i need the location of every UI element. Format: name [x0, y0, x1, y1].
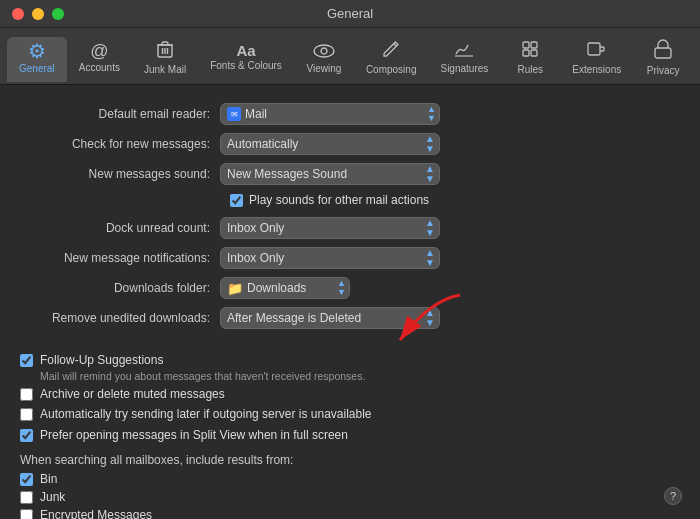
follow-up-label: Follow-Up Suggestions [40, 353, 365, 369]
new-messages-sound-dropdown[interactable]: New Messages Sound None ▲▼ [220, 163, 440, 185]
toolbar: ⚙ General @ Accounts Junk Mail [0, 28, 700, 85]
general-icon: ⚙ [28, 41, 46, 61]
remove-downloads-dropdown[interactable]: After Message is Deleted When Mail Quits… [220, 307, 440, 329]
downloads-folder-dropdown[interactable]: 📁 Downloads ▲▼ [220, 277, 350, 299]
help-button[interactable]: ? [664, 487, 682, 505]
option-archive-delete: Archive or delete muted messages [20, 387, 700, 403]
tab-extensions[interactable]: Extensions [560, 35, 633, 83]
traffic-lights [12, 8, 64, 20]
auto-resend-checkbox[interactable] [20, 408, 33, 421]
default-email-reader-dropdown[interactable]: ✉ Mail ▲▼ [220, 103, 440, 125]
bin-label: Bin [40, 472, 57, 486]
tab-rules-label: Rules [517, 64, 543, 75]
tab-viewing[interactable]: Viewing [294, 37, 354, 82]
new-messages-sound-row: New messages sound: New Messages Sound N… [30, 163, 670, 185]
downloads-folder-value: Downloads [247, 281, 306, 295]
search-item-bin: Bin [20, 472, 700, 486]
tab-composing-label: Composing [366, 64, 417, 75]
split-view-checkbox[interactable] [20, 429, 33, 442]
tab-extensions-label: Extensions [572, 64, 621, 75]
default-email-reader-control: ✉ Mail ▲▼ [220, 103, 440, 125]
notifications-label: New message notifications: [30, 251, 220, 265]
privacy-icon [653, 38, 673, 63]
notifications-dropdown[interactable]: Inbox Only All Mailboxes VIP & Flagged ▲… [220, 247, 440, 269]
svg-rect-12 [531, 50, 537, 56]
downloads-folder-row: Downloads folder: 📁 Downloads ▲▼ [30, 277, 670, 299]
rules-icon [520, 39, 540, 62]
title-bar: General [0, 0, 700, 28]
tab-junk-label: Junk Mail [144, 64, 186, 75]
notifications-row: New message notifications: Inbox Only Al… [30, 247, 670, 269]
svg-rect-9 [523, 42, 529, 48]
bin-checkbox[interactable] [20, 473, 33, 486]
tab-privacy-label: Privacy [647, 65, 680, 76]
remove-downloads-row: Remove unedited downloads: After Message… [30, 307, 670, 329]
tab-viewing-label: Viewing [306, 63, 341, 74]
svg-point-6 [321, 48, 327, 54]
tab-rules[interactable]: Rules [500, 35, 560, 83]
dock-unread-control: Inbox Only All Mailboxes ▲▼ [220, 217, 440, 239]
minimize-button[interactable] [32, 8, 44, 20]
tab-junk-mail[interactable]: Junk Mail [132, 35, 198, 83]
tab-composing[interactable]: Composing [354, 35, 429, 83]
new-messages-sound-control: New Messages Sound None ▲▼ [220, 163, 440, 185]
tab-general[interactable]: ⚙ General [7, 37, 67, 82]
chevron-icon: ▲▼ [427, 105, 436, 123]
svg-point-5 [314, 45, 334, 57]
new-messages-sound-select[interactable]: New Messages Sound None [221, 164, 439, 184]
play-sounds-label: Play sounds for other mail actions [249, 193, 429, 207]
option-split-view: Prefer opening messages in Split View wh… [20, 428, 700, 444]
svg-rect-11 [523, 50, 529, 56]
default-email-reader-label: Default email reader: [30, 107, 220, 121]
settings-content: Default email reader: ✉ Mail ▲▼ Check fo… [0, 85, 700, 347]
svg-rect-10 [531, 42, 537, 48]
extensions-icon [586, 39, 608, 62]
svg-line-7 [394, 44, 397, 47]
svg-rect-13 [588, 43, 600, 55]
signatures-icon [453, 40, 475, 61]
check-messages-label: Check for new messages: [30, 137, 220, 151]
tab-accounts[interactable]: @ Accounts [67, 38, 132, 81]
search-section: When searching all mailboxes, include re… [0, 443, 700, 519]
chevron-icon: ▲▼ [337, 279, 346, 297]
accounts-icon: @ [90, 42, 108, 60]
dock-unread-label: Dock unread count: [30, 221, 220, 235]
tab-general-label: General [19, 63, 55, 74]
split-view-label: Prefer opening messages in Split View wh… [40, 428, 348, 444]
composing-icon [381, 39, 401, 62]
follow-up-sublabel: Mail will remind you about messages that… [40, 370, 365, 382]
check-messages-control: Automatically Every Minute Every 5 Minut… [220, 133, 440, 155]
tab-accounts-label: Accounts [79, 62, 120, 73]
encrypted-checkbox[interactable] [20, 509, 33, 519]
archive-delete-checkbox[interactable] [20, 388, 33, 401]
option-auto-resend: Automatically try sending later if outgo… [20, 407, 700, 423]
notifications-select[interactable]: Inbox Only All Mailboxes VIP & Flagged [221, 248, 439, 268]
dock-unread-dropdown[interactable]: Inbox Only All Mailboxes ▲▼ [220, 217, 440, 239]
folder-icon: 📁 [227, 281, 243, 296]
remove-downloads-control: After Message is Deleted When Mail Quits… [220, 307, 440, 329]
close-button[interactable] [12, 8, 24, 20]
tab-privacy[interactable]: Privacy [633, 34, 693, 84]
dock-unread-select[interactable]: Inbox Only All Mailboxes [221, 218, 439, 238]
fonts-icon: Aa [236, 43, 255, 58]
mail-icon: ✉ [227, 107, 241, 121]
search-title: When searching all mailboxes, include re… [20, 453, 700, 467]
check-messages-select[interactable]: Automatically Every Minute Every 5 Minut… [221, 134, 439, 154]
check-messages-row: Check for new messages: Automatically Ev… [30, 133, 670, 155]
new-messages-sound-label: New messages sound: [30, 167, 220, 181]
archive-delete-label: Archive or delete muted messages [40, 387, 225, 403]
tab-signatures-label: Signatures [440, 63, 488, 74]
dock-unread-row: Dock unread count: Inbox Only All Mailbo… [30, 217, 670, 239]
follow-up-checkbox[interactable] [20, 354, 33, 367]
junk-checkbox[interactable] [20, 491, 33, 504]
remove-downloads-select[interactable]: After Message is Deleted When Mail Quits… [221, 308, 439, 328]
check-messages-dropdown[interactable]: Automatically Every Minute Every 5 Minut… [220, 133, 440, 155]
tab-fonts[interactable]: Aa Fonts & Colours [198, 39, 294, 79]
junk-label: Junk [40, 490, 65, 504]
maximize-button[interactable] [52, 8, 64, 20]
default-email-reader-row: Default email reader: ✉ Mail ▲▼ [30, 103, 670, 125]
play-sounds-checkbox[interactable] [230, 194, 243, 207]
tab-signatures[interactable]: Signatures [428, 36, 500, 82]
play-sounds-row: Play sounds for other mail actions [230, 193, 670, 207]
search-item-encrypted: Encrypted Messages [20, 508, 700, 519]
